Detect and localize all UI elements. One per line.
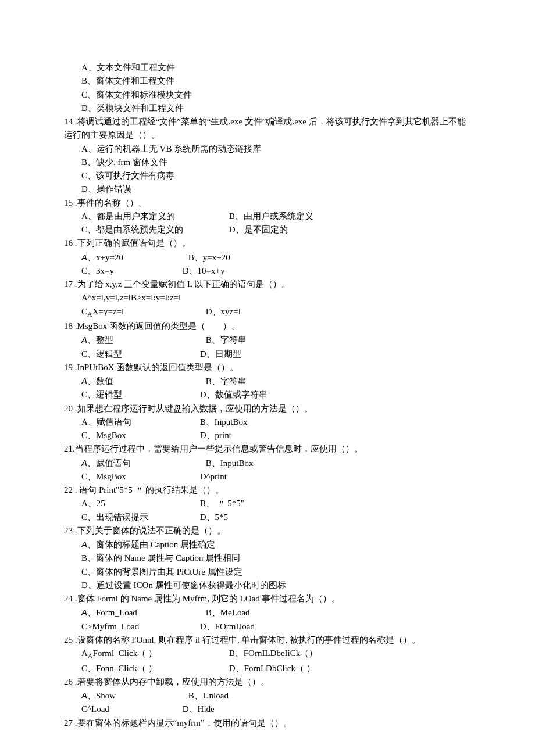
q20-opt-a: A、赋值语句	[81, 415, 198, 429]
q13-options: A、文本文件和工程文件 B、窗体文件和工程文件 C、窗体文件和标准模块文件 D、…	[64, 61, 471, 115]
q19-stem: 19 .InPUtBoX 函数默认的返回值类型是（）。	[64, 361, 471, 374]
q14-opt-d: D、操作错误	[81, 182, 471, 196]
q23-opt-d: D、通过设置 ICOn 属性可使窗体获得最小化时的图标	[81, 579, 471, 592]
q16-opt-a: A、x+y=20	[81, 250, 186, 264]
q22-opt-b: B、 〃 5*5"	[200, 497, 244, 510]
q21-opt-c: C、MsgBox	[81, 470, 198, 483]
q15-opt-a: A、都是由用户来定义的	[81, 210, 227, 223]
q20-row1: A、赋值语句 B、InputBox	[64, 415, 471, 429]
q15-opt-c: C、都是由系统预先定义的	[81, 223, 227, 237]
q23-opt-c: C、窗体的背景图片由其 PiCtUre 属性设定	[81, 565, 471, 579]
q27-stem: 27 .要在窗体的标题栏内显示“myfrm”，使用的语句是（）。	[64, 716, 471, 730]
q13-opt-a: A、文本文件和工程文件	[81, 61, 471, 74]
q22-stem: 22 . 语句 Print"5*5 〃 的执行结果是（）。	[64, 483, 471, 497]
q25-opt-c: C、Fonn_Click（ ）	[81, 662, 227, 675]
q17-opt-c: CAX=y=z=l	[81, 305, 204, 320]
q15-row2: C、都是由系统预先定义的 D、是不固定的	[64, 223, 471, 237]
q24-opt-a: A、Form_Load	[81, 605, 204, 619]
q16-opt-c: C、3x=y	[81, 264, 180, 278]
q18-stem: 18 .MsgBox 函数的返回值的类型是（ ）。	[64, 320, 471, 333]
q19-opt-b: B、字符串	[206, 375, 247, 388]
q17-opt-d: D、xyz=l	[206, 305, 241, 318]
q22-row1: A、25 B、 〃 5*5"	[64, 497, 471, 510]
q25-stem: 25 .设窗体的名称 FOnnl, 则在程序 il 行过程中, 单击窗体时, 被…	[64, 633, 471, 647]
q26-row1: A、Show B、Unload	[64, 689, 471, 703]
q20-opt-b: B、InputBox	[200, 415, 248, 429]
q25-opt-b: B、FOrnILDbeIiCk（）	[229, 647, 318, 660]
q24-stem: 24 .窗体 Forml 的 Name 属性为 Myfrm, 则它的 LOad …	[64, 592, 471, 605]
q25-row1: AAForml_Click（ ） B、FOrnILDbeIiCk（）	[64, 647, 471, 662]
q18-opt-d: D、日期型	[200, 347, 241, 361]
q14-stem: 14 .将调试通过的工程经“文件”菜单的“生成.exe 文件”编译成.exe 后…	[64, 115, 471, 142]
q16-opt-b: B、y=x+20	[188, 251, 230, 264]
q19-opt-c: C、逻辑型	[81, 388, 198, 402]
q18-opt-c: C、逻辑型	[81, 347, 198, 361]
q15-opt-d: D、是不固定的	[229, 223, 288, 237]
q21-stem: 21.当程序运行过程中，需要给用户一些提示信息或警告信息时，应使用（）。	[64, 442, 471, 456]
q23-options: A、窗体的标题由 Caption 属性确定 B、窗体的 Name 属性与 Cap…	[64, 538, 471, 592]
q19-opt-a: A、数值	[81, 374, 204, 388]
q18-row2: C、逻辑型 D、日期型	[64, 347, 471, 361]
q26-opt-b: B、Unload	[188, 689, 229, 703]
q14-options: A、运行的机器上无 VB 系统所需的动态链接库 B、缺少. frm 窗体文件 C…	[64, 142, 471, 196]
q17-stem: 17 .为了给 x,y,z 三个变量赋初值 L 以下正确的语句是（）。	[64, 278, 471, 291]
q25-opt-a: AAForml_Click（ ）	[81, 647, 227, 662]
q14-opt-c: C、该可执行文件有病毒	[81, 169, 471, 182]
q18-row1: A、整型 B、字符串	[64, 333, 471, 347]
q13-opt-d: D、类模块文件和工程文件	[81, 102, 471, 115]
q24-row2: C>Myfrm_Load D、FOrmIJoad	[64, 620, 471, 633]
q16-stem: 16 .下列正确的赋值语句是（）。	[64, 237, 471, 250]
q21-opt-a: A、赋值语句	[81, 456, 204, 470]
q21-row1: A、赋值语句 B、InputBox	[64, 456, 471, 470]
q22-opt-a: A、25	[81, 497, 198, 510]
q21-row2: C、MsgBox D^print	[64, 470, 471, 483]
q19-row1: A、数值 B、字符串	[64, 374, 471, 388]
q14-opt-a: A、运行的机器上无 VB 系统所需的动态链接库	[81, 142, 471, 156]
q19-opt-d: D、数值或字符串	[200, 388, 268, 402]
q22-opt-c: C、出现错误提示	[81, 511, 198, 524]
q19-row2: C、逻辑型 D、数值或字符串	[64, 388, 471, 402]
q20-stem: 20 .如果想在程序运行时从键盘输入数据，应使用的方法是（）。	[64, 402, 471, 415]
q23-opt-a: A、窗体的标题由 Caption 属性确定	[81, 538, 471, 551]
q20-opt-c: C、MsgBox	[81, 429, 198, 442]
q22-opt-d: D、5*5	[200, 511, 228, 524]
q24-opt-d: D、FOrmIJoad	[200, 620, 255, 633]
q15-opt-b: B、由用户或系统定义	[229, 210, 313, 223]
q23-stem: 23 .下列关于窗体的说法不正确的是（）。	[64, 524, 471, 538]
q13-opt-c: C、窗体文件和标准模块文件	[81, 88, 471, 102]
q25-opt-d: D、FornLDbClick（ ）	[229, 662, 315, 675]
q24-row1: A、Form_Load B、MeLoad	[64, 605, 471, 619]
q16-row2: C、3x=y D、10=x+y	[64, 264, 471, 278]
q18-opt-b: B、字符串	[206, 334, 247, 347]
q26-row2: C^Load D、Hide	[64, 703, 471, 716]
q22-row2: C、出现错误提示 D、5*5	[64, 511, 471, 524]
q14-opt-b: B、缺少. frm 窗体文件	[81, 156, 471, 169]
q17-opt-a: A^x=l,y=l,z=lB>x=l:y=l:z=l	[64, 291, 471, 304]
q15-stem: 15 .事件的名称（）。	[64, 196, 471, 210]
q21-opt-d: D^print	[200, 470, 227, 483]
q24-opt-c: C>Myfrm_Load	[81, 620, 198, 633]
q18-opt-a: A、整型	[81, 333, 204, 347]
q16-row1: A、x+y=20 B、y=x+20	[64, 250, 471, 264]
q26-opt-d: D、Hide	[183, 703, 215, 716]
q13-opt-b: B、窗体文件和工程文件	[81, 74, 471, 88]
q17-row2: CAX=y=z=l D、xyz=l	[64, 305, 471, 320]
q20-row2: C、MsgBox D、print	[64, 429, 471, 442]
q16-opt-d: D、10=x+y	[183, 264, 225, 278]
q24-opt-b: B、MeLoad	[206, 606, 250, 619]
q20-opt-d: D、print	[200, 429, 231, 442]
q21-opt-b: B、InputBox	[206, 457, 254, 470]
q25-row2: C、Fonn_Click（ ） D、FornLDbClick（ ）	[64, 662, 471, 675]
q26-opt-c: C^Load	[81, 703, 180, 716]
q23-opt-b: B、窗体的 Name 属性与 Caption 属性相同	[81, 551, 471, 565]
q26-opt-a: A、Show	[81, 689, 186, 703]
q15-row1: A、都是由用户来定义的 B、由用户或系统定义	[64, 210, 471, 223]
q26-stem: 26 .若要将窗体从内存中卸载，应使用的方法是（）。	[64, 675, 471, 689]
